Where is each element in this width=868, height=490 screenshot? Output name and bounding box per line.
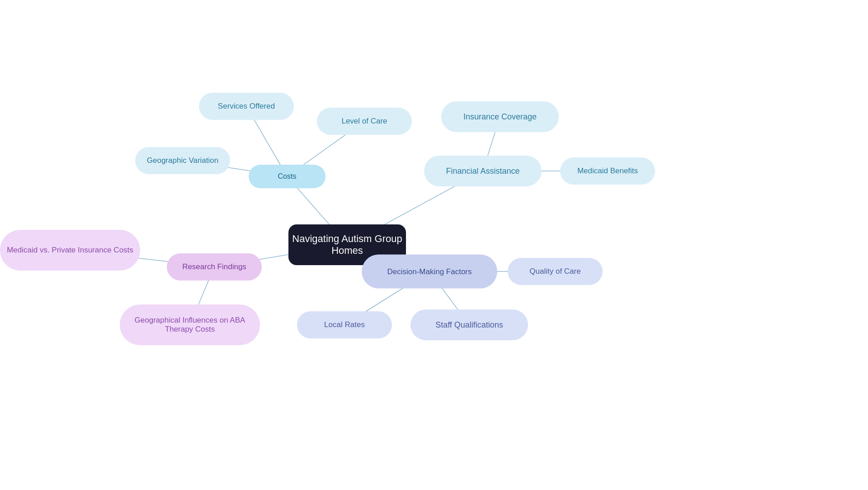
node-medicaid-vs-private[interactable]: Medicaid vs. Private Insurance Costs (0, 230, 140, 271)
node-financial-assistance[interactable]: Financial Assistance (424, 156, 542, 186)
node-geographical-influences[interactable]: Geographical Influences on ABA Therapy C… (120, 304, 260, 345)
mind-map-canvas: Navigating Autism Group HomesCostsServic… (0, 0, 868, 490)
node-local-rates[interactable]: Local Rates (297, 311, 392, 338)
node-quality-of-care[interactable]: Quality of Care (508, 258, 603, 285)
node-services-offered[interactable]: Services Offered (199, 93, 294, 120)
node-decision-making[interactable]: Decision-Making Factors (362, 255, 497, 289)
node-insurance-coverage[interactable]: Insurance Coverage (441, 101, 559, 132)
node-costs[interactable]: Costs (249, 165, 326, 188)
node-level-of-care[interactable]: Level of Care (317, 108, 412, 135)
node-research-findings[interactable]: Research Findings (167, 253, 262, 281)
node-staff-qualifications[interactable]: Staff Qualifications (410, 309, 528, 340)
node-medicaid-benefits[interactable]: Medicaid Benefits (560, 157, 655, 185)
node-geographic-variation[interactable]: Geographic Variation (135, 147, 230, 174)
